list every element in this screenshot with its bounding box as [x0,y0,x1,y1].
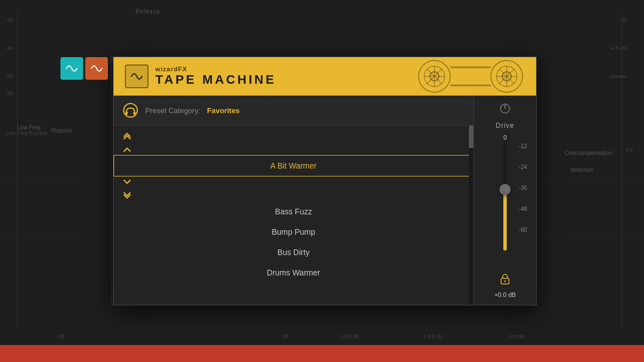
preset-item-bus-dirty[interactable]: Bus Dirty [114,242,473,262]
product-name: TAPE MACHINE [155,72,276,87]
nav-down-button[interactable] [114,176,473,188]
nav-skip-down-button[interactable] [114,188,473,201]
down-icon [123,179,132,186]
drive-label: Drive [495,122,514,130]
preset-item-drums-warmer[interactable]: Drums Warmer [114,262,473,283]
drive-db-value: +0.0 dB [494,291,516,298]
bg-release-label: Release [136,8,160,15]
bottom-bar [0,345,644,362]
preset-scrollbar-track[interactable] [469,126,473,305]
tab-2-icon [89,61,105,76]
nav-skip-up-button[interactable] [114,130,473,144]
headphones-icon [123,102,138,118]
tab-button-1[interactable] [60,57,83,80]
power-button[interactable] [499,102,511,117]
bg-detection-label: detection [571,167,594,173]
preset-category-label: Preset Category: [145,106,201,115]
preset-item-bass-fuzz[interactable]: Bass Fuzz [114,201,473,222]
preset-header: Preset Category: Favorites [114,96,473,126]
wizard-logo-icon [129,68,145,84]
bg-left-3: -50 [6,74,13,79]
bg-right-mid: 0.0 [625,147,633,153]
preset-panel: Preset Category: Favorites [114,96,474,305]
preset-item-a-bit-warmer[interactable]: A Bit Warmer [114,155,473,176]
bg-overcompensation-label: Overcompensation [565,150,612,156]
bg-bottom-2: Inf [282,334,288,339]
bg-left-1: -30 [6,17,13,23]
header-title: wizardFX TAPE MACHINE [155,66,276,87]
bg-top-right-3: release [610,74,627,79]
preset-list-container: A Bit Warmer Bass Fuzz [114,126,473,305]
drive-meter-area: -12 -24 -36 -48 -60 [474,143,536,269]
tab-buttons [60,57,108,80]
skip-up-icon [123,132,132,141]
bg-bottom-1: -dB [56,334,64,339]
bg-left-lowfreq: Low Freq [6,130,27,136]
plugin-body: Preset Category: Favorites [114,96,536,305]
preset-list: A Bit Warmer Bass Fuzz [114,126,473,305]
bg-bottom-4: 2.5 k db [424,334,442,339]
preset-category-value[interactable]: Favorites [207,106,240,115]
tab-button-2[interactable] [85,57,108,80]
drive-scale-label-36: -48 [519,206,527,212]
tape-reel-decoration [417,57,536,96]
tape-path-svg [417,57,530,96]
bg-top-right-2: -4.5 ms [610,45,627,51]
bg-left-4: -55 [6,90,13,96]
preset-item-bump-pump[interactable]: Bump Pump [114,222,473,242]
plugin-window: wizardFX TAPE MACHINE [113,57,537,305]
header-logo: wizardFX TAPE MACHINE [125,64,276,88]
drive-scale-label-0: -12 [519,143,527,149]
svg-rect-16 [133,111,136,115]
svg-point-20 [504,281,506,282]
drive-scale-label-24: -36 [519,185,527,191]
bg-bypass-label: #bypass [51,127,72,133]
bg-left-2: -40 [6,45,13,51]
bg-bottom-5: 100 db [508,334,524,339]
skip-down-icon [123,190,132,199]
svg-point-14 [124,104,137,117]
drive-scale-label-60: -60 [519,227,527,233]
up-icon [123,146,132,153]
bg-bottom-3: 1.000 db [339,334,359,339]
bg-left-dB: #bypass [28,130,47,136]
logo-icon-container [125,64,149,88]
svg-rect-15 [125,111,128,115]
drive-top-value: 0 [503,134,507,141]
bg-top-right-1: -30 [620,17,627,23]
brand-name: wizardFX [155,66,276,72]
nav-up-button[interactable] [114,144,473,155]
lock-icon [500,273,510,285]
drive-panel: Drive 0 -12 -24 -36 -48 -60 [474,96,536,305]
preset-scrollbar-thumb[interactable] [469,126,473,148]
tab-1-icon [64,61,80,76]
plugin-header: wizardFX TAPE MACHINE [114,57,536,96]
lock-button[interactable] [500,273,510,287]
drive-slider-track[interactable] [503,143,507,251]
drive-slider-thumb[interactable] [499,184,511,195]
power-icon [499,102,511,115]
drive-scale-label-12: -24 [519,164,527,170]
drive-slider-fill [503,192,507,251]
